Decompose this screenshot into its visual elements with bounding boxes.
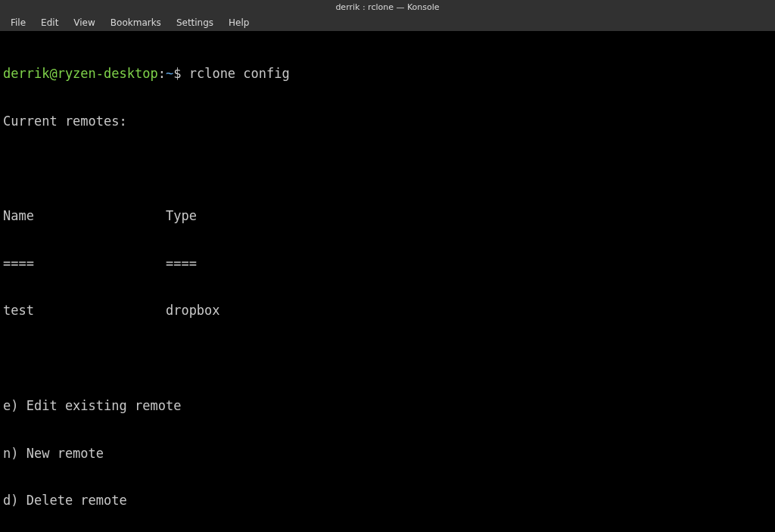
prompt-path: ~ xyxy=(166,66,173,81)
output-line: test dropbox xyxy=(3,303,772,319)
prompt-line: derrik@ryzen-desktop:~$ rclone config xyxy=(3,66,772,82)
prompt-user-host: derrik@ryzen-desktop xyxy=(3,66,158,81)
output-line: d) Delete remote xyxy=(3,493,772,509)
menu-file[interactable]: File xyxy=(3,15,33,30)
prompt-dollar: $ xyxy=(173,66,188,81)
output-line: Current remotes: xyxy=(3,114,772,129)
output-line xyxy=(3,160,772,176)
output-line xyxy=(3,350,772,366)
window-title: derrik : rclone — Konsole xyxy=(335,2,439,12)
menu-help[interactable]: Help xyxy=(221,15,257,30)
window-titlebar: derrik : rclone — Konsole xyxy=(0,0,775,14)
menu-settings[interactable]: Settings xyxy=(169,15,221,30)
prompt-separator: : xyxy=(158,66,166,81)
output-line: Name Type xyxy=(3,208,772,224)
menu-edit[interactable]: Edit xyxy=(33,15,66,30)
menubar: File Edit View Bookmarks Settings Help xyxy=(0,14,775,31)
command-text: rclone config xyxy=(189,66,290,81)
output-line: ==== ==== xyxy=(3,256,772,272)
terminal-area[interactable]: derrik@ryzen-desktop:~$ rclone config Cu… xyxy=(0,31,775,532)
output-line: e) Edit existing remote xyxy=(3,398,772,414)
menu-view[interactable]: View xyxy=(66,15,102,30)
menu-bookmarks[interactable]: Bookmarks xyxy=(103,15,169,30)
output-line: n) New remote xyxy=(3,446,772,462)
